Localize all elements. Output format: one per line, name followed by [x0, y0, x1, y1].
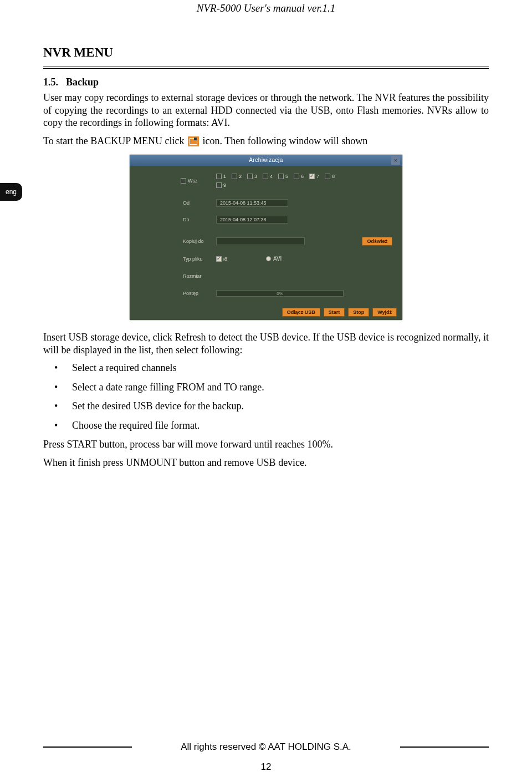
label-from: Od: [183, 200, 216, 206]
label-to: Do: [183, 217, 216, 222]
refresh-button[interactable]: Odśwież: [362, 237, 392, 246]
label-size: Rozmiar: [183, 273, 216, 279]
backup-window-screenshot: Archiwizacja × Wsz 1 2 3 4 5 6 7 8 9: [130, 155, 402, 320]
checkbox-ch7[interactable]: 7: [309, 174, 319, 179]
paragraph-start-menu: To start the BACKUP MENU click icon. The…: [43, 135, 489, 148]
label-file-type: Typ pliku: [183, 256, 216, 262]
para2-pre: To start the BACKUP MENU click: [43, 135, 187, 146]
list-item: Select a date range filling FROM and TO …: [43, 381, 489, 394]
channel-checkbox-group: 1 2 3 4 5 6 7 8 9: [216, 174, 350, 188]
label-progress: Postęp: [183, 291, 216, 296]
checkbox-ch9[interactable]: 9: [216, 182, 350, 188]
label-copy-to: Kopiuj do: [183, 238, 216, 244]
checkbox-ch1[interactable]: 1: [216, 174, 226, 179]
footer-rule-left: [43, 746, 132, 748]
page-number: 12: [0, 761, 532, 773]
copy-to-dropdown[interactable]: [216, 237, 305, 245]
checkbox-ch4[interactable]: 4: [263, 174, 273, 179]
paragraph-unmount: When it finish press UNMOUNT button and …: [43, 456, 489, 469]
progress-bar: 0%: [216, 290, 344, 297]
paragraph-press-start: Press START button, process bar will mov…: [43, 438, 489, 451]
list-item: Set the desired USB device for the backu…: [43, 400, 489, 413]
filetype-avi-radio[interactable]: [266, 256, 271, 261]
language-tab[interactable]: eng: [0, 183, 22, 201]
subsection-title: Backup: [66, 77, 99, 88]
unmount-usb-button[interactable]: Odłącz USB: [282, 308, 320, 317]
section-title: NVR MENU: [43, 45, 489, 60]
save-disk-icon: [188, 136, 199, 146]
subsection-heading: 1.5.Backup: [43, 77, 489, 88]
checkbox-ch3[interactable]: 3: [247, 174, 257, 179]
paragraph-insert-usb: Insert USB storage device, click Refresh…: [43, 331, 489, 356]
filetype-avi-label: AVI: [273, 256, 282, 262]
subsection-number: 1.5.: [43, 77, 58, 88]
list-item: Select a required channels: [43, 362, 489, 374]
filetype-i8-checkbox[interactable]: i8: [216, 256, 227, 262]
checkbox-ch5[interactable]: 5: [278, 174, 288, 179]
paragraph-intro: User may copy recordings to external sto…: [43, 92, 489, 129]
window-title: Archiwizacja: [130, 155, 402, 166]
footer-rule-right: [400, 746, 489, 748]
page-footer: All rights reserved © AAT HOLDING S.A.: [43, 742, 489, 753]
para2-post: icon. Then following window will shown: [200, 135, 367, 146]
footer-copyright: All rights reserved © AAT HOLDING S.A.: [142, 742, 390, 753]
label-all: Wsz: [188, 178, 198, 184]
checkbox-ch6[interactable]: 6: [294, 174, 304, 179]
checkbox-ch8[interactable]: 8: [325, 174, 335, 179]
checkbox-ch2[interactable]: 2: [232, 174, 242, 179]
list-item: Choose the required file format.: [43, 419, 489, 432]
doc-header: NVR-5000 User's manual ver.1.1: [43, 0, 489, 14]
close-icon[interactable]: ×: [391, 156, 400, 165]
section-divider: [43, 67, 489, 69]
exit-button[interactable]: Wyjdź: [372, 308, 397, 317]
checkbox-all[interactable]: [181, 178, 186, 184]
to-datetime-input[interactable]: 2015-04-08 12:07:38: [216, 216, 288, 224]
from-datetime-input[interactable]: 2015-04-08 11:53:45: [216, 199, 288, 207]
start-button[interactable]: Start: [324, 308, 345, 317]
stop-button[interactable]: Stop: [348, 308, 369, 317]
steps-list: Select a required channels Select a date…: [43, 362, 489, 431]
